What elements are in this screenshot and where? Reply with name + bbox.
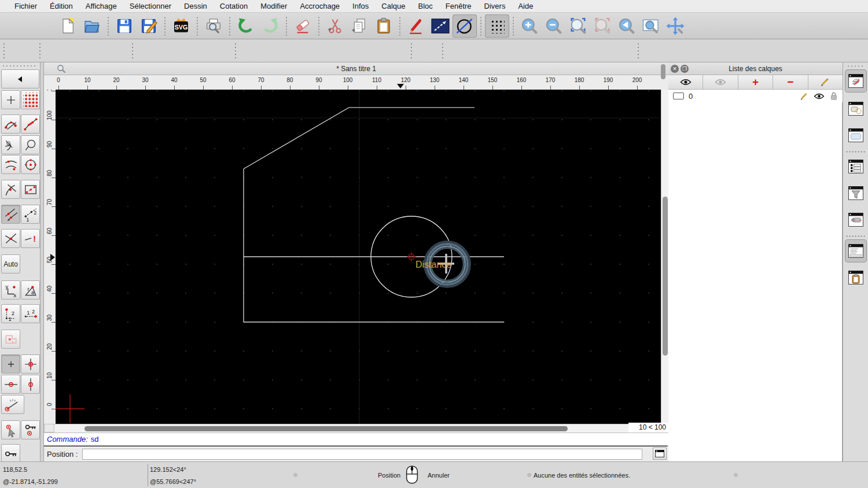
snap-free-button[interactable] (1, 354, 20, 374)
zoom-in-button[interactable] (517, 14, 542, 38)
layers-panel-toggle-button[interactable] (845, 69, 867, 93)
polar-coords-button[interactable]: ra (21, 280, 40, 300)
library-panel-toggle-button[interactable] (845, 208, 867, 231)
cartesian-coords-button[interactable]: yx (1, 280, 20, 300)
menu-item[interactable]: Édition (43, 2, 79, 10)
palette-collapse-button[interactable] (1, 69, 39, 88)
command-panel-toggle-button[interactable] (845, 239, 867, 263)
relative-horizontal-button[interactable]: 12 (21, 304, 40, 323)
panel-detach-icon[interactable]: ❐ (681, 65, 689, 73)
draw-pencil-button[interactable] (404, 14, 428, 38)
menu-item[interactable]: Divers (478, 2, 512, 10)
menu-item[interactable]: Aide (512, 2, 539, 10)
command-line[interactable]: Commande: sd (44, 432, 668, 446)
command-scrollbar-thumb[interactable] (661, 64, 665, 79)
blocks-panel-toggle-button[interactable] (845, 97, 867, 120)
paste-button[interactable] (372, 14, 396, 38)
print-preview-button[interactable] (201, 14, 226, 38)
clipboard-panel-toggle-button[interactable] (845, 266, 867, 289)
zoom-out-button[interactable] (542, 14, 566, 38)
menu-item[interactable]: Modifier (254, 2, 293, 10)
menu-item[interactable]: Calque (375, 2, 411, 10)
menu-item[interactable]: Bloc (411, 2, 439, 10)
layer-color-swatch[interactable] (673, 93, 684, 99)
add-layer-button[interactable]: + (738, 75, 773, 89)
menu-item[interactable]: Infos (346, 2, 375, 10)
polyline-points-tool-button[interactable] (21, 114, 40, 134)
menu-item[interactable]: Affichage (79, 2, 123, 10)
snap-grid-button[interactable] (21, 354, 40, 374)
vscroll-thumb[interactable] (663, 197, 668, 356)
hide-all-layers-button[interactable] (703, 75, 738, 89)
zoom-previous-button[interactable] (615, 14, 639, 38)
menu-item[interactable]: Accrochage (293, 2, 346, 10)
canvas-horizontal-scrollbar[interactable] (54, 424, 628, 432)
snap-entity-button[interactable] (1, 330, 20, 349)
lock-snap-button[interactable] (21, 420, 40, 439)
layer-edit-icon[interactable] (800, 92, 809, 101)
arc-point-tool-button[interactable] (1, 155, 20, 174)
rect-diagonal-tool-button[interactable] (21, 180, 40, 199)
menu-item[interactable]: Dessin (178, 2, 214, 10)
hscroll-thumb[interactable] (84, 426, 568, 431)
circle-center-tool-button[interactable] (21, 155, 40, 174)
ellipse-tool-button[interactable] (453, 14, 477, 38)
command-window-toggle-button[interactable] (653, 448, 667, 460)
copy-button[interactable] (347, 14, 372, 38)
point-grid-tool-button[interactable] (21, 90, 40, 109)
layer-row[interactable]: 0 (668, 90, 843, 102)
menu-item[interactable]: Cotation (214, 2, 254, 10)
save-as-button[interactable] (137, 14, 161, 38)
menu-item[interactable]: Fichier (8, 2, 43, 10)
filter-panel-toggle-button[interactable] (845, 182, 867, 205)
dock-drag-handle[interactable] (847, 65, 865, 68)
snap-angle-button[interactable] (1, 395, 24, 414)
intersection-tool-button[interactable] (1, 229, 20, 248)
menu-item[interactable]: Sélectionner (123, 2, 178, 10)
sequence-tool-button[interactable]: 12 (21, 205, 40, 224)
cut-button[interactable] (323, 14, 347, 38)
zoom-window-button[interactable] (639, 14, 663, 38)
layer-visibility-icon[interactable] (814, 93, 825, 100)
new-document-button[interactable] (56, 14, 80, 38)
parallel-tool-button[interactable] (1, 205, 20, 224)
ruler-tick (492, 86, 493, 90)
canvas-vertical-scrollbar[interactable] (661, 90, 668, 424)
circle-tangent-tool-button[interactable] (21, 135, 40, 154)
pan-button[interactable] (663, 14, 687, 38)
spline-tool-button[interactable] (1, 114, 20, 134)
manual-point-tool-button[interactable]: ! (21, 229, 40, 248)
layer-lock-icon[interactable] (829, 91, 838, 101)
properties-panel-toggle-button[interactable] (845, 124, 867, 147)
undo-button[interactable] (234, 14, 258, 38)
snap-horizontal-button[interactable] (1, 375, 20, 394)
palette-drag-handle[interactable] (2, 64, 38, 68)
relative-corner-button[interactable]: 12 (1, 304, 20, 323)
grid-toggle-button[interactable] (485, 14, 509, 38)
tangent-arc-tool-button[interactable] (1, 180, 20, 199)
tangent-tool-button[interactable] (1, 135, 20, 154)
zoom-fit-button[interactable] (566, 14, 590, 38)
snap-pointer-button[interactable] (1, 420, 20, 439)
drawing-canvas[interactable]: Distance (56, 90, 660, 424)
remove-layer-button[interactable]: − (773, 75, 808, 89)
snap-vertical-button[interactable] (21, 375, 40, 394)
list-panel-toggle-button[interactable] (845, 155, 867, 178)
open-file-button[interactable] (80, 14, 104, 38)
panel-close-icon[interactable]: ✕ (671, 65, 679, 73)
auto-snap-button[interactable]: Auto (1, 254, 20, 273)
lock-button[interactable] (1, 444, 20, 463)
drawing-titlebar[interactable]: * Sans titre 1 (44, 62, 668, 75)
show-all-layers-button[interactable] (668, 75, 703, 89)
menu-item[interactable]: Fenêtre (439, 2, 478, 10)
zoom-selection-button[interactable] (590, 14, 615, 38)
edit-layer-button[interactable] (808, 75, 843, 89)
line-tool-button[interactable] (428, 14, 453, 38)
save-button[interactable] (112, 14, 137, 38)
layers-panel-header[interactable]: ✕ ❐ Liste des calques (668, 62, 843, 75)
point-tool-button[interactable] (1, 90, 20, 109)
position-input[interactable] (82, 449, 642, 460)
redo-button[interactable] (258, 14, 282, 38)
erase-button[interactable] (290, 14, 315, 38)
svg-export-button[interactable]: SVG (169, 14, 193, 38)
